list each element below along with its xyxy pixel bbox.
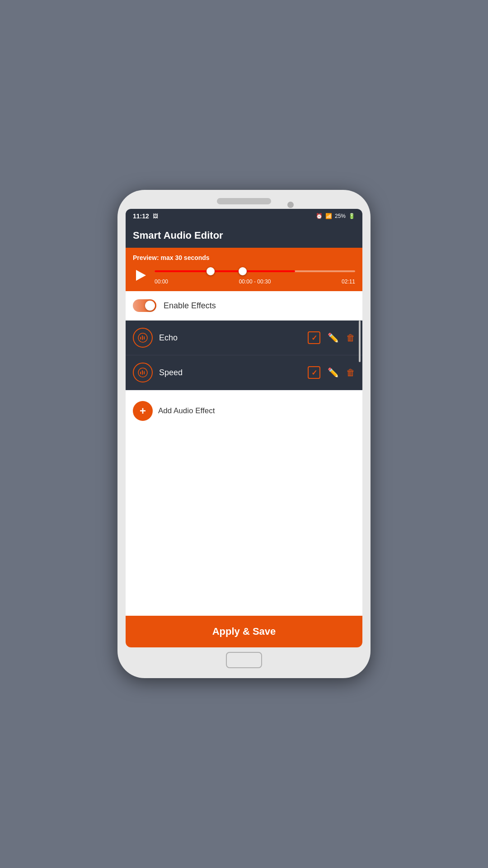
scrollbar[interactable] bbox=[359, 321, 361, 362]
add-effect-section: + Add Audio Effect bbox=[126, 390, 362, 616]
alarm-icon: ⏰ bbox=[316, 213, 323, 219]
echo-edit-icon[interactable]: ✏️ bbox=[328, 332, 339, 343]
echo-eq-icon bbox=[138, 333, 148, 343]
speed-check-button[interactable]: ✓ bbox=[308, 366, 320, 379]
signal-icon: 📶 bbox=[325, 213, 332, 219]
add-effect-button[interactable]: + Add Audio Effect bbox=[133, 401, 355, 421]
slider-times: 00:00 00:00 - 00:30 02:11 bbox=[155, 278, 355, 285]
speed-icon-circle bbox=[133, 363, 153, 382]
enable-effects-toggle[interactable] bbox=[133, 299, 156, 312]
play-button[interactable] bbox=[133, 267, 149, 283]
time-start: 00:00 bbox=[155, 278, 168, 285]
slider-track[interactable] bbox=[155, 270, 355, 272]
phone-frame: 11:12 🖼 ⏰ 📶 25% 🔋 Smart Audio Editor Pre… bbox=[117, 190, 371, 678]
slider-thumb-start[interactable] bbox=[206, 267, 215, 275]
slider-thumb-end[interactable] bbox=[239, 267, 247, 275]
svg-rect-7 bbox=[144, 371, 145, 374]
audio-player: 00:00 00:00 - 00:30 02:11 bbox=[133, 266, 355, 285]
phone-speaker bbox=[217, 198, 271, 204]
speed-eq-icon bbox=[138, 368, 148, 377]
app-title: Smart Audio Editor bbox=[133, 230, 355, 241]
app-header: Smart Audio Editor bbox=[126, 223, 362, 248]
audio-slider[interactable]: 00:00 00:00 - 00:30 02:11 bbox=[155, 266, 355, 285]
preview-desc: max 30 seconds bbox=[160, 254, 209, 261]
svg-rect-6 bbox=[142, 370, 143, 375]
slider-progress bbox=[155, 270, 295, 272]
echo-actions: ✓ ✏️ 🗑 bbox=[308, 331, 355, 344]
echo-check-button[interactable]: ✓ bbox=[308, 331, 320, 344]
effect-item-speed: Speed ✓ ✏️ 🗑 bbox=[126, 355, 362, 390]
phone-home-button[interactable] bbox=[226, 652, 262, 668]
time-range: 00:00 - 00:30 bbox=[239, 278, 271, 285]
effects-list: Echo ✓ ✏️ 🗑 bbox=[126, 321, 362, 390]
svg-rect-1 bbox=[140, 337, 141, 340]
svg-rect-5 bbox=[140, 372, 141, 374]
play-triangle-icon bbox=[136, 270, 146, 281]
phone-camera bbox=[287, 202, 294, 208]
enable-effects-label: Enable Effects bbox=[164, 301, 216, 311]
status-left: 11:12 🖼 bbox=[133, 212, 158, 220]
speed-edit-icon[interactable]: ✏️ bbox=[328, 367, 339, 378]
add-effect-label: Add Audio Effect bbox=[158, 406, 215, 415]
preview-section: Preview: max 30 seconds 00:00 00:00 - 00… bbox=[126, 248, 362, 291]
speed-checkmark-icon: ✓ bbox=[311, 368, 317, 377]
effect-item-echo: Echo ✓ ✏️ 🗑 bbox=[126, 321, 362, 355]
echo-icon-circle bbox=[133, 328, 153, 348]
preview-label: Preview: max 30 seconds bbox=[133, 254, 355, 261]
speed-name: Speed bbox=[159, 368, 308, 377]
echo-checkmark-icon: ✓ bbox=[311, 334, 317, 342]
speed-delete-icon[interactable]: 🗑 bbox=[346, 368, 355, 378]
apply-save-button[interactable]: Apply & Save bbox=[126, 616, 362, 647]
echo-delete-icon[interactable]: 🗑 bbox=[346, 333, 355, 343]
toggle-knob bbox=[145, 301, 155, 311]
preview-bold: Preview: bbox=[133, 254, 159, 261]
time-end: 02:11 bbox=[342, 278, 355, 285]
toggle-track bbox=[133, 299, 156, 312]
svg-rect-2 bbox=[142, 335, 143, 340]
enable-effects-row: Enable Effects bbox=[126, 291, 362, 321]
speed-actions: ✓ ✏️ 🗑 bbox=[308, 366, 355, 379]
status-right: ⏰ 📶 25% 🔋 bbox=[316, 213, 355, 219]
add-circle-icon: + bbox=[133, 401, 153, 421]
status-bar: 11:12 🖼 ⏰ 📶 25% 🔋 bbox=[126, 209, 362, 223]
echo-name: Echo bbox=[159, 333, 308, 343]
battery-text: 25% bbox=[335, 213, 346, 219]
gallery-icon: 🖼 bbox=[153, 213, 158, 219]
phone-screen: 11:12 🖼 ⏰ 📶 25% 🔋 Smart Audio Editor Pre… bbox=[126, 209, 362, 647]
svg-rect-3 bbox=[144, 336, 145, 340]
battery-icon: 🔋 bbox=[348, 213, 355, 219]
status-time: 11:12 bbox=[133, 212, 149, 220]
